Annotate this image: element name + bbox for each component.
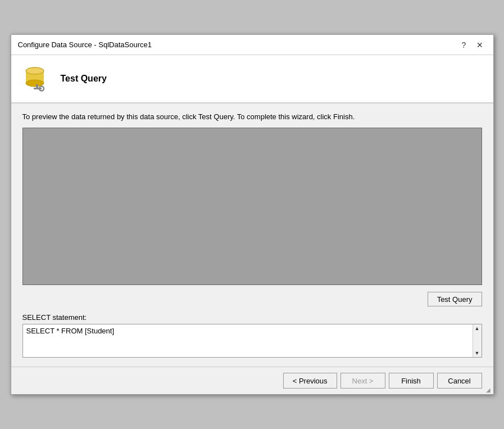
svg-rect-5 bbox=[34, 88, 42, 89]
close-button[interactable]: ✕ bbox=[473, 38, 487, 52]
help-button[interactable]: ? bbox=[457, 38, 471, 52]
finish-button[interactable]: Finish bbox=[389, 373, 434, 389]
footer: < Previous Next > Finish Cancel bbox=[11, 367, 493, 394]
dialog-title: Configure Data Source - SqlDataSource1 bbox=[18, 40, 152, 49]
scrollbar-vertical[interactable]: ▲ ▼ bbox=[473, 324, 482, 357]
section-title: Test Query bbox=[61, 74, 107, 84]
svg-point-2 bbox=[26, 80, 44, 87]
cancel-button[interactable]: Cancel bbox=[437, 373, 482, 389]
resize-handle[interactable]: ◢ bbox=[486, 387, 493, 394]
title-bar-left: Configure Data Source - SqlDataSource1 bbox=[18, 40, 152, 49]
title-bar: Configure Data Source - SqlDataSource1 ?… bbox=[11, 35, 493, 55]
header-section: Test Query bbox=[11, 55, 493, 103]
description-text: To preview the data returned by this dat… bbox=[22, 112, 482, 121]
configure-datasource-dialog: Configure Data Source - SqlDataSource1 ?… bbox=[11, 34, 494, 395]
select-label: SELECT statement: bbox=[22, 313, 482, 322]
main-content: To preview the data returned by this dat… bbox=[11, 103, 493, 367]
scroll-up-arrow[interactable]: ▲ bbox=[475, 326, 480, 331]
previous-button[interactable]: < Previous bbox=[283, 373, 337, 389]
next-button[interactable]: Next > bbox=[340, 373, 385, 389]
test-query-button[interactable]: Test Query bbox=[428, 292, 482, 306]
select-statement-value: SELECT * FROM [Student] bbox=[23, 324, 473, 357]
scroll-down-arrow[interactable]: ▼ bbox=[475, 350, 480, 356]
select-statement-section: SELECT statement: SELECT * FROM [Student… bbox=[22, 313, 482, 358]
test-query-row: Test Query bbox=[22, 292, 482, 306]
svg-point-3 bbox=[26, 67, 44, 74]
database-icon bbox=[22, 64, 52, 93]
query-preview-area bbox=[22, 128, 482, 285]
title-bar-controls: ? ✕ bbox=[457, 38, 487, 52]
select-statement-box: SELECT * FROM [Student] ▲ ▼ bbox=[22, 324, 482, 358]
